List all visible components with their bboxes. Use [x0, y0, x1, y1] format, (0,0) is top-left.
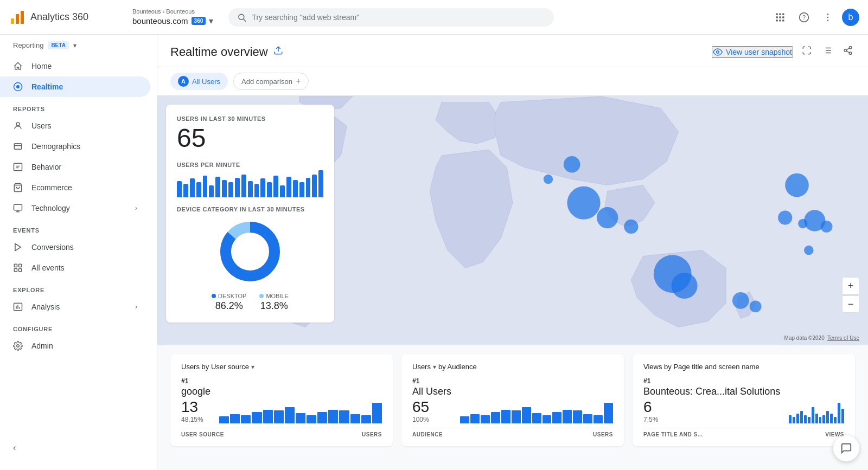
bar — [241, 175, 246, 197]
audience-count: 65 — [412, 398, 451, 416]
svg-point-17 — [827, 16, 829, 18]
users-icon — [13, 121, 23, 131]
mobile-pct: 13.8% — [260, 300, 288, 312]
svg-line-54 — [846, 48, 849, 50]
mini-bar — [339, 410, 349, 423]
mini-bar — [841, 409, 844, 423]
property-chevron-icon: ▾ — [209, 16, 213, 26]
sidebar-item-ecommerce[interactable]: Ecommerce — [0, 177, 150, 198]
topbar-actions: ? b — [770, 8, 859, 27]
page-title-count: 6 — [643, 398, 780, 416]
apps-icon — [775, 12, 786, 23]
svg-point-69 — [804, 246, 813, 255]
mini-bar — [826, 411, 829, 423]
page-title-pct: 7.5% — [643, 416, 780, 423]
realtime-label: Realtime — [31, 82, 63, 91]
mini-bar — [263, 410, 273, 423]
help-icon: ? — [799, 12, 809, 23]
svg-line-53 — [846, 51, 849, 53]
audience-dropdown-icon[interactable]: ▾ — [433, 363, 436, 371]
events-section-label: EVENTS — [0, 218, 157, 237]
mobile-legend-item: MOBILE 13.8% — [259, 293, 289, 312]
audience-col: #1 All Users 65 100% — [412, 377, 451, 423]
device-label: DEVICE CATEGORY IN LAST 30 MINUTES — [177, 206, 323, 213]
audience-pct: 100% — [412, 416, 451, 423]
mini-bar — [252, 412, 261, 423]
zoom-in-button[interactable]: + — [842, 277, 859, 294]
svg-rect-34 — [19, 264, 22, 267]
all-events-icon — [13, 263, 23, 273]
share-icon[interactable] — [841, 43, 855, 60]
fullscreen-icon[interactable] — [800, 43, 814, 60]
page-title: Realtime overview — [170, 45, 268, 59]
bar — [215, 177, 220, 197]
reporting-nav[interactable]: Reporting BETA ▾ — [0, 35, 157, 56]
add-comparison-button[interactable]: Add comparison + — [233, 73, 309, 90]
bottom-cards: Users by User source ▾ #1 google 13 48.1… — [157, 345, 868, 455]
mini-bar — [812, 407, 814, 423]
svg-rect-28 — [14, 204, 22, 210]
svg-rect-10 — [782, 16, 784, 18]
svg-rect-5 — [776, 13, 778, 15]
bar — [196, 182, 201, 197]
mini-bar — [350, 414, 360, 423]
sidebar-item-demographics[interactable]: Demographics — [0, 136, 150, 157]
export-icon[interactable] — [273, 46, 283, 58]
more-button[interactable] — [818, 8, 838, 27]
page-title-mini-chart — [789, 402, 844, 423]
help-button[interactable]: ? — [794, 8, 814, 27]
bar — [280, 185, 285, 197]
app-title: Analytics 360 — [30, 11, 88, 23]
property-selector[interactable]: Bounteous › Bounteous bounteous.com 360 … — [126, 5, 220, 29]
svg-point-58 — [567, 186, 600, 220]
user-source-card-bottom: #1 google 13 48.15% — [181, 377, 382, 423]
search-input[interactable] — [252, 13, 545, 22]
svg-point-68 — [821, 221, 833, 233]
explore-section-label: EXPLORE — [0, 278, 157, 297]
svg-point-41 — [17, 345, 20, 347]
page-title-card: Views by Page title and screen name #1 B… — [633, 354, 855, 446]
mini-bar — [328, 410, 338, 423]
user-avatar[interactable]: b — [842, 9, 859, 26]
sidebar-item-conversions[interactable]: Conversions — [0, 237, 150, 257]
sidebar-item-technology[interactable]: Technology › — [0, 198, 150, 218]
collapse-sidebar-button[interactable]: ‹ — [0, 434, 157, 461]
sidebar-item-realtime[interactable]: Realtime — [0, 76, 150, 97]
apps-button[interactable] — [770, 8, 790, 27]
sidebar-item-analysis[interactable]: Analysis › — [0, 297, 150, 317]
zoom-out-button[interactable]: − — [842, 295, 859, 313]
bar — [209, 185, 214, 197]
topbar: Analytics 360 Bounteous › Bounteous boun… — [0, 0, 868, 35]
svg-point-60 — [624, 220, 638, 234]
all-users-chip[interactable]: A All Users — [170, 73, 228, 90]
chat-button[interactable] — [833, 435, 859, 461]
search-bar[interactable] — [228, 8, 554, 27]
chart-config-icon[interactable] — [820, 43, 834, 60]
audience-card: Users ▾ by Audience #1 All Users 65 100%… — [401, 354, 624, 446]
sidebar-item-all-events[interactable]: All events — [0, 257, 150, 278]
sidebar-item-users[interactable]: Users — [0, 115, 150, 136]
mini-bar — [834, 417, 837, 423]
mini-bar — [800, 411, 803, 423]
mini-bar — [532, 413, 541, 423]
terms-link[interactable]: Terms of Use — [827, 335, 859, 341]
mini-bar — [512, 410, 521, 423]
sidebar-item-admin[interactable]: Admin — [0, 336, 150, 356]
donut-legend: DESKTOP 86.2% MOBILE 13.8% — [212, 293, 289, 312]
view-snapshot-button[interactable]: View user snapshot — [712, 46, 793, 58]
property-domain: bounteous.com — [132, 16, 188, 25]
device-donut-section: DESKTOP 86.2% MOBILE 13.8% — [177, 215, 323, 312]
bar — [260, 178, 265, 197]
svg-point-62 — [672, 273, 698, 299]
property-name-row: bounteous.com 360 ▾ — [132, 16, 213, 26]
mini-bar — [796, 414, 799, 423]
mini-bar — [274, 410, 284, 423]
demographics-icon — [13, 141, 23, 151]
page-title-card-bottom: #1 Bounteous: Crea...ital Solutions 6 7.… — [643, 377, 844, 423]
sidebar-item-home[interactable]: Home — [0, 56, 150, 76]
sidebar-item-behavior[interactable]: Behavior — [0, 157, 150, 177]
behavior-label: Behavior — [31, 163, 61, 171]
mini-bar — [583, 414, 592, 423]
user-source-dropdown-icon[interactable]: ▾ — [251, 363, 254, 371]
mini-bar — [372, 403, 382, 423]
